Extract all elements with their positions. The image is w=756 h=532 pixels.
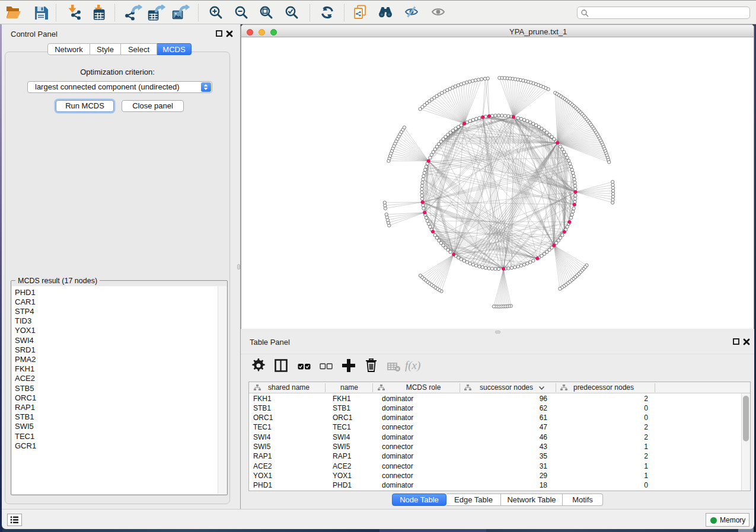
svg-text:f(x): f(x): [405, 360, 420, 372]
